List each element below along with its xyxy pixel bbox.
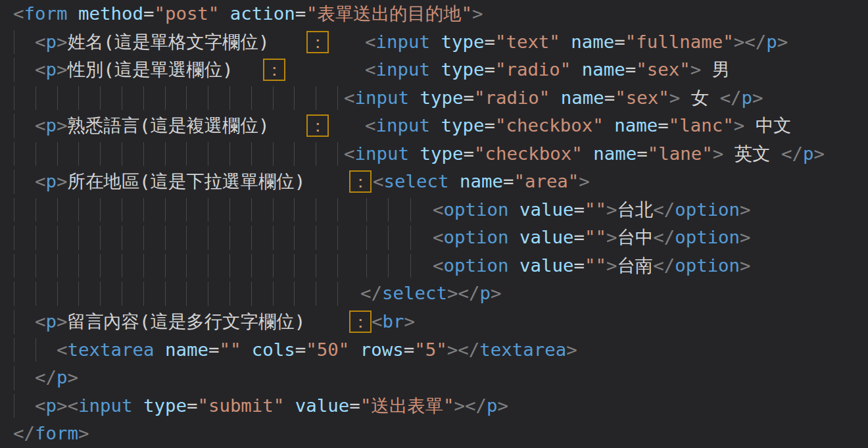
code-token-tag: textarea (68, 339, 155, 360)
indent-guide (229, 198, 230, 222)
indent-guide (14, 226, 14, 250)
code-token-punctuation: > (740, 255, 751, 276)
indent-guide (273, 254, 274, 278)
code-segment: <p>熟悉語言(這是複選欄位) (35, 112, 269, 140)
indent-guide (251, 86, 252, 111)
code-token-string: "表單送出的目的地" (306, 3, 472, 24)
indent-guide (165, 198, 166, 222)
code-token-tag: p (479, 283, 491, 303)
code-token-punctuation: > (498, 395, 509, 416)
indent-guide (229, 86, 230, 111)
code-line: </p> (0, 364, 868, 392)
indent-guide (316, 142, 316, 166)
indent-guide (316, 86, 316, 111)
code-editor[interactable]: <form method="post" action="表單送出的目的地"><p… (0, 0, 868, 448)
code-line: <option value="">台南</option> (0, 252, 868, 280)
code-token-text: 姓名(這是單格文字欄位) (68, 32, 270, 52)
indent-guide (208, 86, 208, 111)
code-token-punctuation: > (740, 227, 751, 247)
indent-guide (57, 86, 58, 111)
code-token-string: "sex" (636, 59, 690, 80)
indent-guide (14, 30, 14, 55)
code-token-attribute: value (508, 199, 573, 220)
code-token-tag: input (376, 59, 430, 80)
code-token-text: 男 (701, 59, 730, 80)
indent-guide (165, 226, 166, 250)
code-token-punctuation: > (57, 395, 68, 416)
indent-guide (294, 254, 295, 278)
indent-guide (337, 226, 338, 250)
code-token-tag: p (46, 59, 57, 80)
code-token-punctuation: > (734, 115, 745, 136)
code-token-equals: = (604, 87, 615, 108)
indent-guide (14, 282, 14, 306)
indent-guide (273, 86, 274, 111)
indent-guide (36, 86, 36, 111)
code-token-punctuation: </ (35, 367, 57, 387)
code-token-attribute: action (219, 3, 295, 24)
code-token-attribute: cols (241, 339, 295, 360)
indent-guide (273, 142, 274, 166)
code-token-punctuation: < (35, 311, 46, 332)
indent-guide (273, 226, 274, 250)
code-token-tag: input (355, 87, 409, 108)
code-token-tag: p (46, 395, 57, 416)
indent-guide (186, 142, 187, 166)
code-line: <p><input type="submit" value="送出表單"></p… (0, 392, 868, 420)
code-token-equals: = (573, 255, 585, 276)
code-token-text: 台北 (617, 199, 653, 220)
indent-guide (143, 198, 144, 222)
unicode-highlight-box: ： (306, 114, 329, 137)
indent-guide (186, 254, 187, 278)
indent-guide (294, 86, 295, 111)
code-segment: "送出表單"></p> (360, 392, 508, 420)
code-token-punctuation: < (13, 3, 24, 24)
indent-guide (337, 86, 338, 111)
code-line: <p>熟悉語言(這是複選欄位)：<input type="checkbox" n… (0, 112, 868, 140)
indent-guide (208, 142, 208, 166)
indent-guide (294, 198, 295, 222)
code-token-punctuation: </ (13, 423, 35, 443)
code-token-text: 英文 (723, 143, 781, 164)
code-token-string: "radio" (474, 87, 550, 108)
indent-guide (208, 254, 208, 278)
code-token-equals: = (484, 59, 495, 80)
code-token-punctuation: < (373, 171, 384, 191)
code-token-tag: option (444, 255, 509, 276)
code-token-tag: option (675, 199, 740, 220)
code-token-punctuation: < (433, 199, 444, 220)
code-token-punctuation: < (35, 171, 46, 191)
indent-guide (78, 282, 79, 306)
indent-guide (208, 282, 208, 306)
code-token-attribute: name (583, 143, 637, 164)
code-token-string: "post" (154, 3, 219, 24)
code-token-attribute: value (284, 395, 349, 416)
code-token-tag: p (46, 32, 57, 52)
indent-guide (294, 282, 295, 306)
indent-guide (366, 254, 367, 278)
code-token-punctuation: > (57, 115, 68, 136)
code-token-punctuation: > (606, 199, 617, 220)
code-token-equals: = (503, 171, 514, 191)
indent-guide (14, 394, 14, 418)
code-token-text: 所在地區(這是下拉選單欄位) (68, 171, 306, 191)
code-token-punctuation: > (57, 171, 68, 191)
unicode-highlight-box: ： (306, 31, 329, 53)
indent-guide (122, 282, 122, 306)
indent-guide (100, 198, 101, 222)
code-token-attribute: value (508, 255, 573, 276)
indent-guide (316, 226, 316, 250)
code-token-punctuation: < (365, 59, 376, 80)
code-segment: <input type="radio" name="sex"> 男 (365, 56, 730, 84)
indent-guide (410, 226, 411, 250)
indent-guide (410, 254, 411, 278)
code-token-punctuation: </ (781, 143, 803, 164)
indent-guide (14, 142, 14, 166)
indent-guide (316, 254, 316, 278)
code-token-tag: p (766, 32, 777, 52)
code-token-punctuation: < (68, 395, 79, 416)
code-token-equals: = (573, 227, 585, 247)
code-token-equals: = (404, 339, 415, 360)
indent-guide (36, 226, 36, 250)
code-token-string: "lanc" (669, 115, 734, 136)
